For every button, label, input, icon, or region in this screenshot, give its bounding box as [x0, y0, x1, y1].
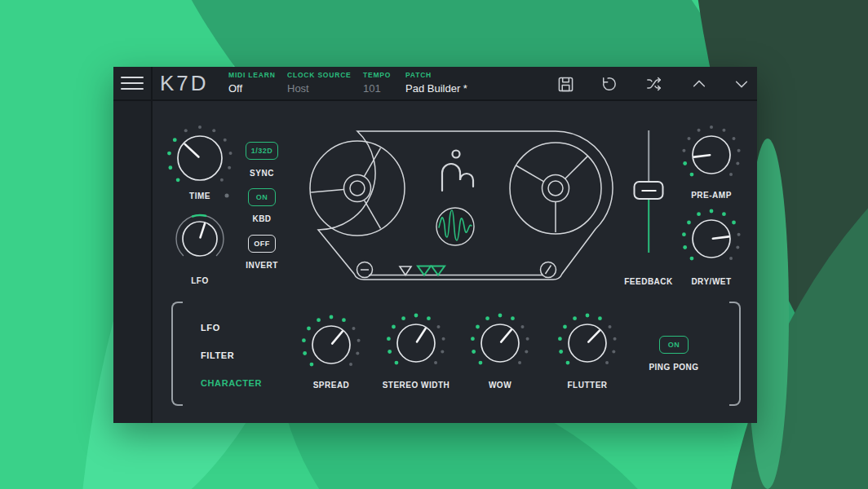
- midi-learn-value[interactable]: Off: [228, 82, 276, 95]
- field-midi-learn: MIDI LEARN Off: [228, 71, 276, 95]
- ping-pong-label: PING PONG: [649, 363, 698, 372]
- lfo-label: LFO: [191, 276, 209, 285]
- reel-right: [510, 143, 601, 234]
- stereo-width-knob[interactable]: [385, 312, 447, 377]
- stereo-width-label: STEREO WIDTH: [383, 381, 450, 390]
- plugin-window: K7D MIDI LEARN Off CLOCK SOURCE Host TEM…: [113, 67, 757, 423]
- feedback-track-lower[interactable]: [648, 200, 649, 253]
- field-tempo: TEMPO 101: [363, 71, 391, 95]
- tab-character[interactable]: CHARACTER: [201, 378, 262, 388]
- chevron-down-icon[interactable]: [731, 73, 752, 95]
- minus-circle-icon: [357, 262, 373, 278]
- flutter-knob[interactable]: [556, 312, 618, 377]
- field-patch: PATCH Pad Builder *: [405, 71, 467, 95]
- menu-hamburger-icon[interactable]: [121, 77, 144, 90]
- patch-label: PATCH: [405, 71, 467, 79]
- sync-label: SYNC: [250, 169, 274, 178]
- feedback-slider-handle[interactable]: [634, 181, 664, 200]
- tempo-value[interactable]: 101: [363, 82, 391, 95]
- tab-filter[interactable]: FILTER: [201, 350, 234, 360]
- waveform-display: [436, 208, 474, 245]
- sync-switch-value: 1/32D: [251, 147, 273, 155]
- header-divider: [113, 99, 757, 101]
- flutter-label: FLUTTER: [567, 381, 607, 390]
- drywet-label: DRY/WET: [691, 277, 731, 286]
- clock-source-value[interactable]: Host: [287, 82, 352, 95]
- preamp-label: PRE-AMP: [691, 191, 732, 200]
- invert-switch[interactable]: OFF: [248, 235, 276, 253]
- kbd-switch-value: ON: [256, 193, 268, 201]
- kbd-switch[interactable]: ON: [248, 188, 276, 206]
- bracket-left: [171, 302, 183, 406]
- sidebar: [113, 67, 151, 423]
- clock-source-label: CLOCK SOURCE: [287, 71, 352, 79]
- deck-outline: [318, 131, 613, 280]
- feedback-label: FEEDBACK: [624, 277, 673, 286]
- wow-label: WOW: [489, 381, 512, 390]
- triangle-marker-green-1: [418, 267, 431, 275]
- invert-switch-value: OFF: [254, 240, 270, 248]
- led-dot: [225, 194, 229, 198]
- save-icon[interactable]: [555, 73, 576, 95]
- lfo-knob[interactable]: [170, 209, 229, 271]
- time-label: TIME: [189, 192, 210, 200]
- spread-knob[interactable]: [300, 314, 362, 379]
- wow-knob[interactable]: [469, 312, 531, 377]
- ping-pong-switch-value: ON: [668, 341, 680, 349]
- preamp-knob[interactable]: [680, 124, 742, 189]
- slash-circle-icon: [541, 262, 556, 278]
- invert-label: INVERT: [246, 261, 278, 270]
- sync-switch[interactable]: 1/32D: [246, 142, 278, 160]
- time-knob[interactable]: [166, 124, 234, 196]
- tape-deck-graphic: [294, 118, 620, 289]
- triangle-marker-green-2: [432, 267, 445, 275]
- spread-label: SPREAD: [313, 381, 350, 390]
- drywet-knob[interactable]: [680, 208, 742, 273]
- field-clock-source: CLOCK SOURCE Host: [287, 71, 352, 95]
- midi-learn-label: MIDI LEARN: [228, 71, 276, 79]
- shuffle-icon[interactable]: [644, 73, 665, 95]
- undo-icon[interactable]: [599, 73, 620, 95]
- tempo-label: TEMPO: [363, 71, 391, 79]
- kbd-label: KBD: [252, 214, 271, 223]
- reel-left: [310, 141, 405, 236]
- ping-pong-switch[interactable]: ON: [659, 336, 689, 354]
- patch-value[interactable]: Pad Builder *: [405, 82, 467, 95]
- brand-logo: [442, 151, 473, 192]
- bracket-right: [729, 302, 741, 406]
- chevron-up-icon[interactable]: [689, 73, 710, 95]
- tab-lfo[interactable]: LFO: [201, 323, 220, 333]
- triangle-marker-white: [400, 267, 411, 275]
- vertical-divider: [151, 67, 153, 423]
- app-logo: K7D: [160, 72, 209, 95]
- feedback-track-upper[interactable]: [648, 130, 649, 181]
